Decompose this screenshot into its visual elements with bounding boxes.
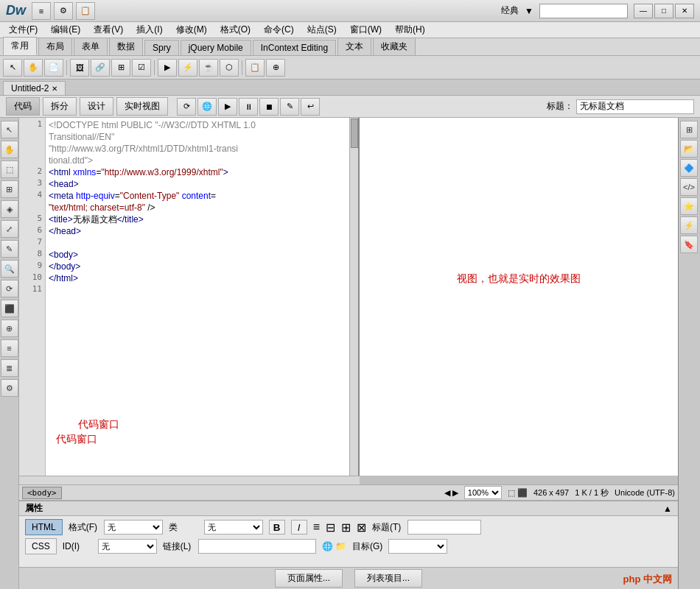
code-scroll-thumb[interactable] (351, 119, 358, 148)
tool-plugin[interactable]: ⚡ (178, 59, 197, 77)
realtime-view-button[interactable]: 实时视图 (116, 97, 168, 116)
left-tool-7[interactable]: ✎ (1, 240, 18, 258)
indent-in-icon[interactable]: ⊠ (357, 521, 366, 535)
left-tool-1[interactable]: ↖ (1, 121, 18, 138)
insert-tab-2[interactable]: 表单 (74, 38, 108, 55)
tool-applet[interactable]: ☕ (199, 59, 218, 77)
menu-item-站点s[interactable]: 站点(S) (301, 22, 343, 38)
unordered-list-icon[interactable]: ≡ (313, 521, 320, 534)
tool-activex[interactable]: ⬡ (220, 59, 239, 77)
link-input[interactable] (198, 539, 316, 554)
menu-item-编辑e[interactable]: 编辑(E) (45, 22, 86, 38)
design-view-button[interactable]: 设计 (80, 97, 113, 116)
insert-tab-8[interactable]: 收藏夹 (373, 38, 416, 55)
insert-tab-0[interactable]: 常用 (3, 37, 37, 55)
maximize-button[interactable]: □ (654, 4, 673, 18)
format-label: 格式(F) (69, 521, 98, 534)
code-vscroll[interactable] (349, 118, 358, 476)
minimize-button[interactable]: — (634, 4, 653, 18)
italic-button[interactable]: I (291, 520, 307, 535)
view-icon-3[interactable]: ▶ (218, 98, 237, 116)
toolbar-icon-1[interactable]: ≡ (32, 2, 51, 20)
code-view-button[interactable]: 代码 (6, 97, 40, 116)
tool-form[interactable]: ☑ (132, 59, 151, 77)
tool-arrow[interactable]: ↖ (3, 59, 22, 77)
indent-out-icon[interactable]: ⊞ (341, 521, 351, 535)
close-button[interactable]: ✕ (675, 4, 694, 18)
bold-button[interactable]: B (269, 520, 285, 535)
right-icon-4[interactable]: </> (680, 178, 698, 196)
left-tool-10[interactable]: ⬛ (1, 300, 18, 317)
left-tool-14[interactable]: ⚙ (1, 379, 18, 397)
menu-item-查看v[interactable]: 查看(V) (88, 22, 129, 38)
view-icon-6[interactable]: ✎ (280, 98, 299, 116)
insert-tab-4[interactable]: Spry (144, 40, 179, 55)
title-field-input[interactable] (576, 99, 694, 114)
insert-tab-1[interactable]: 布局 (38, 38, 72, 55)
zoom-select[interactable]: 100% (464, 486, 502, 499)
ordered-list-icon[interactable]: ⊟ (326, 521, 335, 535)
tool-hand[interactable]: ✋ (24, 59, 43, 77)
html-type-button[interactable]: HTML (25, 519, 63, 535)
class-select[interactable]: 无 (204, 520, 263, 535)
tool-table[interactable]: ⊞ (111, 59, 130, 77)
right-icon-3[interactable]: 🔷 (680, 159, 698, 177)
left-tool-4[interactable]: ⊞ (1, 180, 18, 198)
doc-tab-untitled[interactable]: Untitled-2 ✕ (3, 81, 66, 95)
page-props-button[interactable]: 页面属性... (275, 569, 343, 588)
right-icon-1[interactable]: ⊞ (680, 121, 698, 138)
css-type-button[interactable]: CSS (25, 538, 57, 554)
left-tool-12[interactable]: ≡ (1, 339, 18, 357)
view-icon-1[interactable]: ⟳ (177, 98, 196, 116)
menu-item-窗口w[interactable]: 窗口(W) (344, 22, 388, 38)
menu-item-文件f[interactable]: 文件(F) (3, 22, 43, 38)
right-icon-2[interactable]: 📂 (680, 140, 698, 158)
mode-dropdown-icon[interactable]: ▼ (525, 6, 533, 16)
insert-tab-6[interactable]: InContext Editing (253, 40, 336, 55)
left-tool-9[interactable]: ⟳ (1, 280, 18, 297)
view-icon-4[interactable]: ⏸ (239, 98, 258, 116)
left-tool-6[interactable]: ⤢ (1, 220, 18, 238)
tool-media[interactable]: ▶ (158, 59, 177, 77)
left-tool-13[interactable]: ≣ (1, 359, 18, 377)
menu-item-格式o[interactable]: 格式(O) (214, 22, 256, 38)
title-search-input[interactable] (539, 4, 628, 18)
menu-item-帮助h[interactable]: 帮助(H) (389, 22, 431, 38)
left-tool-3[interactable]: ⬚ (1, 161, 18, 178)
tool-img[interactable]: 🖼 (70, 59, 89, 77)
left-tool-11[interactable]: ⊕ (1, 320, 18, 337)
insert-tab-7[interactable]: 文本 (337, 38, 371, 55)
right-icon-5[interactable]: ⭐ (680, 197, 698, 215)
tool-widget[interactable]: ⊕ (266, 59, 285, 77)
left-tool-5[interactable]: ◈ (1, 200, 18, 218)
split-view-button[interactable]: 拆分 (43, 97, 77, 116)
tool-doc[interactable]: 📄 (44, 59, 63, 77)
properties-collapse-icon[interactable]: ▲ (663, 504, 672, 514)
left-tool-8[interactable]: 🔍 (1, 260, 18, 278)
menu-item-插入i[interactable]: 插入(I) (130, 22, 168, 38)
menu-item-命令c[interactable]: 命令(C) (258, 22, 300, 38)
format-select[interactable]: 无 (104, 520, 163, 535)
doc-tab-close-icon[interactable]: ✕ (52, 85, 57, 93)
tool-link[interactable]: 🔗 (91, 59, 110, 77)
view-icon-2[interactable]: 🌐 (197, 98, 217, 116)
right-icon-7[interactable]: 🔖 (680, 236, 698, 253)
code-design-area: 1 2 3 4 5 6 7 8 9 10 11 (19, 118, 678, 476)
menu-item-修改m[interactable]: 修改(M) (170, 22, 213, 38)
code-hscroll[interactable] (19, 476, 360, 484)
toolbar-icon-3[interactable]: 📋 (76, 2, 95, 20)
status-left-icons: ◀ ▶ (444, 488, 458, 498)
title-input[interactable] (407, 520, 481, 535)
right-icon-6[interactable]: ⚡ (680, 216, 698, 234)
insert-tab-5[interactable]: jQuery Mobile (181, 40, 251, 55)
tool-template[interactable]: 📋 (245, 59, 265, 77)
list-items-button[interactable]: 列表项目... (354, 569, 422, 588)
prop-row-2: CSS ID(I) 无 链接(L) 🌐 📁 目标(G) (25, 538, 672, 554)
id-select[interactable]: 无 (98, 539, 157, 554)
toolbar-icon-2[interactable]: ⚙ (54, 2, 73, 20)
view-icon-7[interactable]: ↩ (301, 98, 320, 116)
target-select[interactable] (388, 539, 447, 554)
view-icon-5[interactable]: ⏹ (259, 98, 279, 116)
insert-tab-3[interactable]: 数据 (109, 38, 143, 55)
left-tool-2[interactable]: ✋ (1, 141, 18, 158)
